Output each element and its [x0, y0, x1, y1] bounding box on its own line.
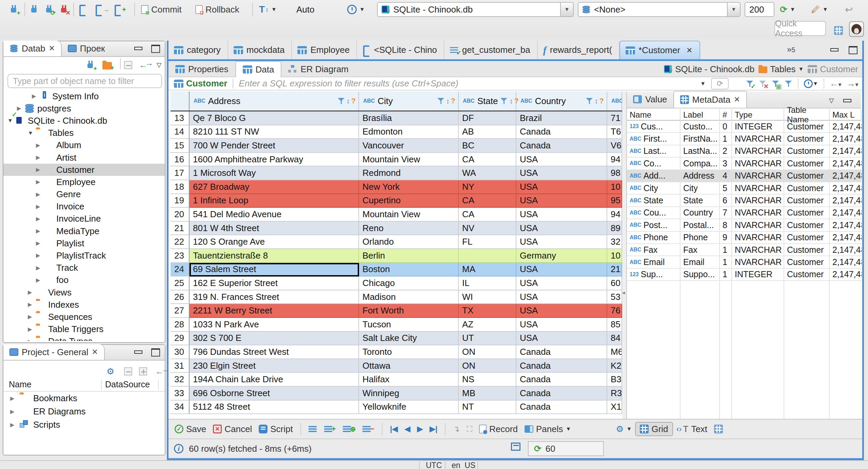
close-icon[interactable]: ✕ — [92, 348, 98, 356]
cell-postal[interactable]: 32 — [607, 235, 622, 249]
tab-metadata[interactable]: MetaData✕ — [673, 91, 747, 108]
metadata-cell[interactable]: NVARCHAR — [732, 232, 784, 244]
tree-item-genre[interactable]: ▶Genre — [3, 188, 165, 201]
grid-row-26[interactable]: 26319 N. Frances StreetMadisonWIUSA53 — [171, 290, 622, 304]
cell-state[interactable]: MA — [459, 263, 516, 277]
execution-time-icon[interactable]: ▼ — [804, 79, 818, 88]
value-view-icon[interactable] — [711, 425, 726, 433]
cell-city[interactable]: Boston — [359, 263, 459, 277]
grid-row-17[interactable]: 171 Microsoft WayRedmondWAUSA98 — [171, 166, 622, 180]
row-number[interactable]: 19 — [171, 194, 190, 208]
column-header-city[interactable]: ABCCity↕? — [359, 91, 459, 110]
tree-item-foo[interactable]: ▶foo — [3, 274, 165, 286]
metadata-row-custo-[interactable]: 123Cus...Custo...0INTEGERCustomer2,147,4… — [627, 121, 862, 133]
row-number[interactable]: 34 — [171, 401, 190, 414]
cell-postal[interactable]: 76 — [607, 304, 622, 318]
metadata-column-table-name[interactable]: Table Name — [784, 109, 830, 121]
edit-row-icon[interactable] — [305, 425, 321, 433]
connection-select[interactable]: SQLite - Chinook.db ▼ — [377, 2, 574, 17]
metadata-cell[interactable]: Customer — [784, 207, 830, 219]
cell-postal[interactable]: M6 — [607, 345, 622, 359]
filter-funnel-icon[interactable] — [586, 97, 593, 105]
editor-tab-get-customer-ba[interactable]: ✓get_customer_ba — [445, 41, 538, 59]
project-item-er-diagrams[interactable]: ▶ER Diagrams — [3, 405, 165, 418]
tab-overflow-indicator[interactable]: »5 — [787, 45, 795, 54]
auto-commit-select[interactable]: Auto — [293, 0, 344, 19]
previous-row-icon[interactable]: ◀ — [401, 425, 414, 433]
grid-view-button[interactable]: Grid — [635, 422, 673, 436]
cell-city[interactable]: Fort Worth — [359, 304, 459, 318]
cell-country[interactable]: Canada — [516, 401, 607, 414]
cell-city[interactable]: Vancouver — [359, 139, 459, 153]
metadata-cell[interactable]: Customer — [784, 170, 830, 182]
metadata-column-type[interactable]: Type — [732, 109, 784, 121]
refresh-auto-icon[interactable]: ⟳▼ — [780, 0, 795, 19]
cell-address[interactable]: 1 Microsoft Way — [190, 166, 359, 180]
editor-tab-employee[interactable]: Employee — [292, 41, 357, 59]
expand-arrow-icon[interactable]: ▶ — [17, 106, 22, 111]
editor-tab-category[interactable]: category — [169, 41, 228, 59]
metadata-cell[interactable]: Customer — [784, 121, 830, 133]
cell-country[interactable]: USA — [516, 153, 607, 167]
cell-postal[interactable]: 89 — [607, 222, 622, 236]
filter-funnel-icon[interactable] — [500, 97, 508, 105]
tree-item-mediatype[interactable]: ▶MediaType — [3, 225, 165, 237]
new-folder-icon[interactable]: + — [102, 56, 118, 75]
expand-arrow-icon[interactable]: ▶ — [28, 290, 33, 295]
cell-address[interactable]: 541 Del Medio Avenue — [190, 208, 359, 222]
cell-state[interactable]: WA — [459, 166, 516, 180]
breadcrumb-tables[interactable]: Tables▼ — [758, 64, 804, 75]
copy-row-icon[interactable]: ⊕ — [339, 425, 359, 433]
cell-postal[interactable]: 53 — [607, 290, 622, 304]
metadata-cell[interactable]: 1 — [720, 256, 732, 268]
cell-state[interactable]: FL — [459, 235, 516, 249]
metadata-cell[interactable]: Customer — [784, 182, 830, 195]
metadata-column-name[interactable]: Name — [627, 109, 680, 121]
filter-history-dropdown-icon[interactable]: ▼ — [700, 81, 706, 87]
tree-item-postgres[interactable]: ▶postgres — [3, 102, 165, 115]
cell-city[interactable]: Toronto — [359, 345, 459, 359]
grid-row-15[interactable]: 15700 W Pender StreetVancouverBCCanadaV6 — [171, 139, 622, 153]
close-icon[interactable]: ✕ — [734, 95, 740, 104]
cell-postal[interactable]: T6 — [607, 125, 622, 139]
cell-postal[interactable]: 10 — [607, 180, 622, 194]
metadata-cell[interactable]: 2,147,483 — [830, 232, 862, 244]
cell-city[interactable]: Yellowknife — [359, 401, 459, 414]
metadata-cell[interactable]: 2 — [720, 145, 732, 158]
cell-state[interactable] — [459, 249, 516, 263]
grid-row-34[interactable]: 345112 48 StreetYellowknifeNTCanadaX1 — [171, 401, 622, 414]
expand-arrow-icon[interactable]: ▶ — [36, 278, 41, 283]
save-button[interactable]: ✓Save — [171, 424, 210, 434]
cell-postal[interactable]: 60 — [607, 277, 622, 290]
metadata-cell[interactable]: Customer — [784, 133, 830, 145]
metadata-cell[interactable]: ABCState — [627, 195, 680, 207]
cell-country[interactable]: Germany — [516, 249, 607, 263]
expand-arrow-icon[interactable]: ▶ — [10, 409, 16, 414]
cell-state[interactable]: CA — [459, 208, 516, 222]
metadata-cell[interactable]: ABCFirst... — [627, 133, 680, 145]
grid-row-13[interactable]: 13Qe 7 Bloco GBrasíliaDFBrazil71 — [171, 111, 622, 125]
metadata-cell[interactable]: ABCFax — [627, 244, 680, 256]
cell-country[interactable]: Canada — [516, 125, 607, 139]
filter-funnel-icon[interactable] — [338, 97, 345, 105]
tree-item-playlisttrack[interactable]: ▶PlaylistTrack — [3, 249, 165, 262]
cell-city[interactable]: Cupertino — [359, 194, 459, 208]
metadata-row-postal-[interactable]: ABCPost...Postal...8NVARCHARCustomer2,14… — [627, 219, 862, 231]
metadata-cell[interactable]: Compa... — [680, 158, 720, 170]
view-tab-properties[interactable]: Properties — [169, 61, 235, 77]
row-number[interactable]: 32 — [171, 373, 190, 387]
row-number[interactable]: 29 — [171, 332, 190, 346]
cell-postal[interactable]: 94 — [607, 153, 622, 167]
cell-country[interactable]: USA — [516, 318, 607, 332]
tree-item-table-triggers[interactable]: ▶Table Triggers — [3, 323, 165, 335]
tree-item-sequences[interactable]: ▶Sequences — [3, 311, 165, 323]
cell-city[interactable]: New York — [359, 180, 459, 194]
cell-country[interactable]: Canada — [516, 345, 607, 359]
expand-arrow-icon[interactable]: ▶ — [36, 265, 41, 271]
metadata-cell[interactable]: Suppo... — [680, 269, 720, 281]
filter-funnel-icon[interactable] — [437, 97, 445, 105]
connect-icon[interactable] — [30, 0, 39, 19]
filter-save-icon[interactable]: ✓ — [746, 80, 754, 87]
cell-postal[interactable]: K2 — [607, 359, 622, 373]
text-view-button[interactable]: ‹›TText — [673, 424, 711, 434]
